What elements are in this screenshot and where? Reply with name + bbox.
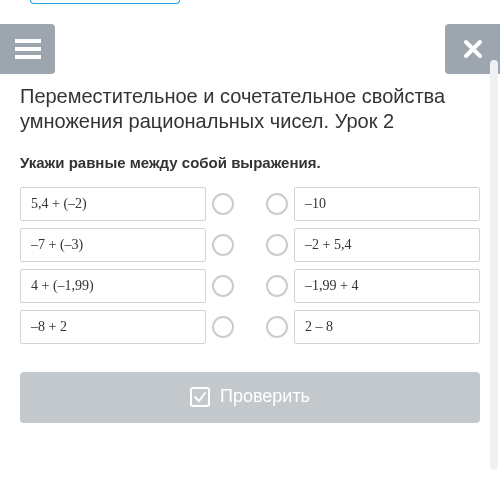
- connector-left[interactable]: [212, 275, 234, 297]
- pair-row: 4 + (–1,99) –1,99 + 4: [20, 269, 480, 303]
- svg-rect-3: [191, 388, 209, 406]
- scrollbar[interactable]: [490, 60, 498, 470]
- close-icon: [462, 38, 484, 60]
- app-bar: [0, 14, 500, 84]
- svg-rect-0: [15, 39, 41, 43]
- expression-left[interactable]: –8 + 2: [20, 310, 206, 344]
- check-button-label: Проверить: [220, 386, 310, 407]
- connector-right[interactable]: [266, 193, 288, 215]
- connector-right[interactable]: [266, 316, 288, 338]
- expression-right[interactable]: 2 – 8: [294, 310, 480, 344]
- expression-right[interactable]: –2 + 5,4: [294, 228, 480, 262]
- pair-row: –8 + 2 2 – 8: [20, 310, 480, 344]
- check-button[interactable]: Проверить: [20, 372, 480, 423]
- svg-rect-1: [15, 47, 41, 51]
- connector-right[interactable]: [266, 275, 288, 297]
- check-icon: [190, 387, 210, 407]
- connector-left[interactable]: [212, 234, 234, 256]
- matching-grid: 5,4 + (–2) –10 –7 + (–3) –2 + 5,4 4 + (–…: [20, 187, 480, 344]
- page-title: Переместительное и сочетательное свойств…: [20, 84, 480, 134]
- expression-right[interactable]: –1,99 + 4: [294, 269, 480, 303]
- top-partial-button[interactable]: [30, 0, 180, 4]
- connector-right[interactable]: [266, 234, 288, 256]
- expression-left[interactable]: 4 + (–1,99): [20, 269, 206, 303]
- menu-icon: [15, 39, 41, 59]
- expression-right[interactable]: –10: [294, 187, 480, 221]
- expression-left[interactable]: –7 + (–3): [20, 228, 206, 262]
- instruction-text: Укажи равные между собой выражения.: [20, 154, 480, 171]
- connector-left[interactable]: [212, 316, 234, 338]
- expression-left[interactable]: 5,4 + (–2): [20, 187, 206, 221]
- svg-rect-2: [15, 55, 41, 59]
- pair-row: 5,4 + (–2) –10: [20, 187, 480, 221]
- menu-button[interactable]: [0, 24, 55, 74]
- pair-row: –7 + (–3) –2 + 5,4: [20, 228, 480, 262]
- connector-left[interactable]: [212, 193, 234, 215]
